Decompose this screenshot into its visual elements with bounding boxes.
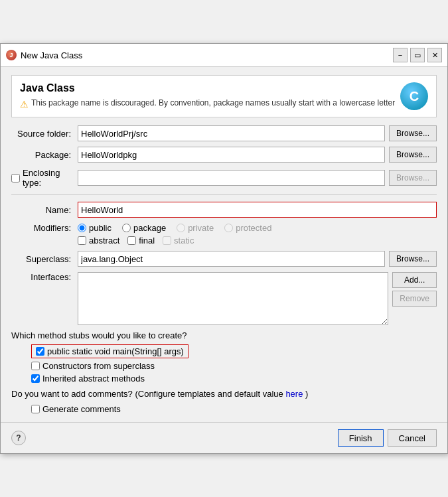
modifier-protected-radio[interactable] <box>224 224 233 232</box>
enclosing-label-area: Enclosing type: <box>11 168 78 188</box>
modifier-private-text: private <box>188 223 214 233</box>
inherited-text: Inherited abstract methods <box>42 374 145 384</box>
warning-text: This package name is discouraged. By con… <box>31 98 395 107</box>
source-folder-label: Source folder: <box>11 129 78 139</box>
main-stub-row: public static void main(String[] args) <box>31 344 437 358</box>
main-stub-box: public static void main(String[] args) <box>31 344 188 358</box>
modifiers-label: Modifiers: <box>11 223 78 233</box>
stubs-section: Which method stubs would you like to cre… <box>11 330 437 384</box>
modifier-package-text: package <box>133 223 166 233</box>
warning-message: ⚠ This package name is discouraged. By c… <box>20 98 395 109</box>
enclosing-type-label: Enclosing type: <box>23 168 71 188</box>
eclipse-logo: C <box>400 82 428 110</box>
comments-title: Do you want to add comments? (Configure … <box>11 389 283 399</box>
interfaces-add-button[interactable]: Add... <box>392 272 437 288</box>
title-bar-left: J New Java Class <box>6 50 82 60</box>
stubs-title: Which method stubs would you like to cre… <box>11 330 437 340</box>
finish-button[interactable]: Finish <box>338 429 384 447</box>
package-browse-button[interactable]: Browse... <box>389 147 437 163</box>
modifier-protected-text: protected <box>236 223 271 233</box>
superclass-input[interactable] <box>78 251 385 267</box>
modifier-static-text: static <box>174 236 194 246</box>
enclosing-type-input[interactable] <box>78 170 385 186</box>
modifiers-options-1: public package private protected <box>78 223 271 233</box>
window-icon: J <box>6 50 17 60</box>
modifier-abstract-text: abstract <box>89 236 119 246</box>
window-title: New Java Class <box>21 50 82 60</box>
dialog-window: J New Java Class − ▭ ✕ Java Class ⚠ This… <box>0 43 448 454</box>
comments-section: Do you want to add comments? (Configure … <box>11 389 437 399</box>
modifiers-row-2: abstract final static <box>11 236 437 246</box>
modifier-package-label[interactable]: package <box>122 223 166 233</box>
eclipse-logo-letter: C <box>410 89 419 104</box>
modifiers-options-2: abstract final static <box>78 236 194 246</box>
package-input[interactable] <box>78 147 385 163</box>
modifier-static-label[interactable]: static <box>163 236 194 246</box>
modifier-public-text: public <box>89 223 112 233</box>
generate-comments-row: Generate comments <box>31 404 437 414</box>
interfaces-label: Interfaces: <box>11 272 78 282</box>
minimize-button[interactable]: − <box>393 48 408 62</box>
constructors-text: Constructors from superclass <box>42 361 155 371</box>
superclass-browse-button[interactable]: Browse... <box>389 251 437 267</box>
main-method-text: public static void main(String[] args) <box>47 346 184 356</box>
modifier-final-label[interactable]: final <box>127 236 155 246</box>
modifiers-row-1: Modifiers: public package private <box>11 223 437 233</box>
name-input[interactable] <box>78 202 437 218</box>
dialog-content: Java Class ⚠ This package name is discou… <box>1 67 447 422</box>
modifier-final-checkbox[interactable] <box>127 236 136 245</box>
package-row: Package: Browse... <box>11 147 437 163</box>
generate-comments-checkbox[interactable] <box>31 405 40 413</box>
modifier-package-radio[interactable] <box>122 224 131 232</box>
modifier-public-radio[interactable] <box>78 224 86 232</box>
enclosing-type-row: Enclosing type: Browse... <box>11 168 437 188</box>
name-label: Name: <box>11 205 78 215</box>
comments-suffix: ) <box>305 389 308 399</box>
superclass-row: Superclass: Browse... <box>11 251 437 267</box>
modifier-abstract-checkbox[interactable] <box>78 236 86 245</box>
inherited-stub-row: Inherited abstract methods <box>31 374 437 384</box>
generate-comments-text: Generate comments <box>42 404 121 414</box>
comments-link[interactable]: here <box>285 389 303 399</box>
modifier-public-label[interactable]: public <box>78 223 112 233</box>
header-info: Java Class ⚠ This package name is discou… <box>20 82 395 109</box>
dialog-footer: ? Finish Cancel <box>1 422 447 453</box>
superclass-label: Superclass: <box>11 254 78 264</box>
title-bar: J New Java Class − ▭ ✕ <box>1 44 447 67</box>
main-method-checkbox[interactable] <box>36 347 44 356</box>
close-button[interactable]: ✕ <box>427 48 442 62</box>
interfaces-buttons: Add... Remove <box>392 272 437 307</box>
source-folder-browse-button[interactable]: Browse... <box>389 125 437 141</box>
source-folder-input[interactable] <box>78 125 385 141</box>
inherited-checkbox[interactable] <box>31 374 40 383</box>
interfaces-row: Interfaces: Add... Remove <box>11 272 437 325</box>
footer-buttons: Finish Cancel <box>338 429 437 447</box>
cancel-button[interactable]: Cancel <box>388 429 437 447</box>
modifier-static-checkbox[interactable] <box>163 236 171 245</box>
warning-icon: ⚠ <box>20 99 29 109</box>
name-row: Name: <box>11 202 437 218</box>
constructors-checkbox[interactable] <box>31 362 40 370</box>
modifier-abstract-label[interactable]: abstract <box>78 236 119 246</box>
modifier-private-radio[interactable] <box>177 224 185 232</box>
maximize-button[interactable]: ▭ <box>410 48 425 62</box>
form-section: Source folder: Browse... Package: Browse… <box>11 125 437 414</box>
divider-1 <box>11 194 437 195</box>
modifier-protected-label[interactable]: protected <box>224 223 271 233</box>
title-controls: − ▭ ✕ <box>393 48 442 62</box>
interfaces-input[interactable] <box>78 272 388 325</box>
header-title: Java Class <box>20 82 395 94</box>
header-section: Java Class ⚠ This package name is discou… <box>11 75 437 117</box>
source-folder-row: Source folder: Browse... <box>11 125 437 141</box>
help-button[interactable]: ? <box>11 431 26 445</box>
package-label: Package: <box>11 150 78 160</box>
constructors-stub-row: Constructors from superclass <box>31 361 437 371</box>
interfaces-remove-button[interactable]: Remove <box>392 291 437 307</box>
enclosing-type-browse-button[interactable]: Browse... <box>389 170 437 186</box>
modifier-private-label[interactable]: private <box>177 223 214 233</box>
enclosing-type-checkbox[interactable] <box>11 174 20 182</box>
modifier-final-text: final <box>139 236 155 246</box>
